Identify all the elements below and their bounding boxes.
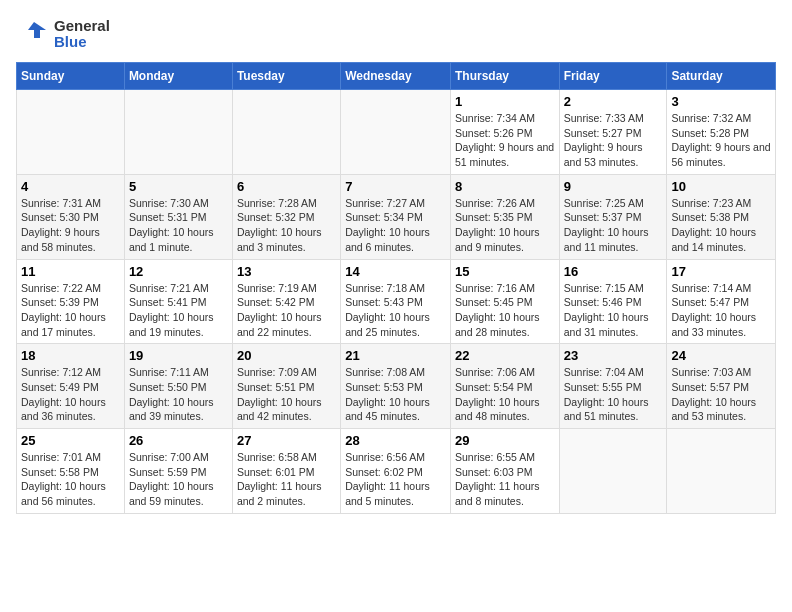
calendar-cell: 19Sunrise: 7:11 AM Sunset: 5:50 PM Dayli… — [124, 344, 232, 429]
day-number: 24 — [671, 348, 771, 363]
day-number: 29 — [455, 433, 555, 448]
day-number: 28 — [345, 433, 446, 448]
calendar-header: SundayMondayTuesdayWednesdayThursdayFrid… — [17, 63, 776, 90]
day-number: 19 — [129, 348, 228, 363]
calendar-cell: 3Sunrise: 7:32 AM Sunset: 5:28 PM Daylig… — [667, 90, 776, 175]
logo-line1: General — [54, 18, 110, 35]
calendar-cell — [232, 90, 340, 175]
day-info: Sunrise: 7:33 AM Sunset: 5:27 PM Dayligh… — [564, 111, 663, 170]
day-number: 2 — [564, 94, 663, 109]
logo-container: General Blue — [16, 16, 110, 52]
day-info: Sunrise: 7:31 AM Sunset: 5:30 PM Dayligh… — [21, 196, 120, 255]
week-row-1: 1Sunrise: 7:34 AM Sunset: 5:26 PM Daylig… — [17, 90, 776, 175]
day-info: Sunrise: 7:12 AM Sunset: 5:49 PM Dayligh… — [21, 365, 120, 424]
day-info: Sunrise: 6:56 AM Sunset: 6:02 PM Dayligh… — [345, 450, 446, 509]
day-number: 5 — [129, 179, 228, 194]
day-number: 22 — [455, 348, 555, 363]
calendar-cell — [341, 90, 451, 175]
day-header-saturday: Saturday — [667, 63, 776, 90]
day-number: 15 — [455, 264, 555, 279]
day-number: 14 — [345, 264, 446, 279]
calendar-cell: 8Sunrise: 7:26 AM Sunset: 5:35 PM Daylig… — [450, 174, 559, 259]
day-header-monday: Monday — [124, 63, 232, 90]
day-number: 20 — [237, 348, 336, 363]
day-info: Sunrise: 7:34 AM Sunset: 5:26 PM Dayligh… — [455, 111, 555, 170]
day-info: Sunrise: 6:58 AM Sunset: 6:01 PM Dayligh… — [237, 450, 336, 509]
day-info: Sunrise: 7:28 AM Sunset: 5:32 PM Dayligh… — [237, 196, 336, 255]
week-row-3: 11Sunrise: 7:22 AM Sunset: 5:39 PM Dayli… — [17, 259, 776, 344]
day-number: 6 — [237, 179, 336, 194]
day-info: Sunrise: 7:16 AM Sunset: 5:45 PM Dayligh… — [455, 281, 555, 340]
day-number: 16 — [564, 264, 663, 279]
day-info: Sunrise: 7:06 AM Sunset: 5:54 PM Dayligh… — [455, 365, 555, 424]
calendar-cell: 21Sunrise: 7:08 AM Sunset: 5:53 PM Dayli… — [341, 344, 451, 429]
day-header-tuesday: Tuesday — [232, 63, 340, 90]
calendar-cell: 15Sunrise: 7:16 AM Sunset: 5:45 PM Dayli… — [450, 259, 559, 344]
day-info: Sunrise: 7:11 AM Sunset: 5:50 PM Dayligh… — [129, 365, 228, 424]
calendar-cell: 28Sunrise: 6:56 AM Sunset: 6:02 PM Dayli… — [341, 429, 451, 514]
day-info: Sunrise: 7:09 AM Sunset: 5:51 PM Dayligh… — [237, 365, 336, 424]
day-info: Sunrise: 7:00 AM Sunset: 5:59 PM Dayligh… — [129, 450, 228, 509]
day-info: Sunrise: 7:23 AM Sunset: 5:38 PM Dayligh… — [671, 196, 771, 255]
calendar-cell: 16Sunrise: 7:15 AM Sunset: 5:46 PM Dayli… — [559, 259, 667, 344]
calendar-body: 1Sunrise: 7:34 AM Sunset: 5:26 PM Daylig… — [17, 90, 776, 514]
day-info: Sunrise: 7:27 AM Sunset: 5:34 PM Dayligh… — [345, 196, 446, 255]
calendar-cell: 27Sunrise: 6:58 AM Sunset: 6:01 PM Dayli… — [232, 429, 340, 514]
day-info: Sunrise: 7:32 AM Sunset: 5:28 PM Dayligh… — [671, 111, 771, 170]
calendar-cell: 13Sunrise: 7:19 AM Sunset: 5:42 PM Dayli… — [232, 259, 340, 344]
logo-line2: Blue — [54, 34, 110, 51]
day-info: Sunrise: 7:25 AM Sunset: 5:37 PM Dayligh… — [564, 196, 663, 255]
calendar-table: SundayMondayTuesdayWednesdayThursdayFrid… — [16, 62, 776, 514]
header: General Blue — [16, 16, 776, 52]
day-headers-row: SundayMondayTuesdayWednesdayThursdayFrid… — [17, 63, 776, 90]
day-header-wednesday: Wednesday — [341, 63, 451, 90]
day-info: Sunrise: 7:15 AM Sunset: 5:46 PM Dayligh… — [564, 281, 663, 340]
day-header-friday: Friday — [559, 63, 667, 90]
day-header-thursday: Thursday — [450, 63, 559, 90]
calendar-cell: 24Sunrise: 7:03 AM Sunset: 5:57 PM Dayli… — [667, 344, 776, 429]
day-info: Sunrise: 7:18 AM Sunset: 5:43 PM Dayligh… — [345, 281, 446, 340]
week-row-5: 25Sunrise: 7:01 AM Sunset: 5:58 PM Dayli… — [17, 429, 776, 514]
svg-marker-0 — [28, 22, 46, 38]
day-info: Sunrise: 7:22 AM Sunset: 5:39 PM Dayligh… — [21, 281, 120, 340]
day-number: 3 — [671, 94, 771, 109]
day-number: 25 — [21, 433, 120, 448]
calendar-cell: 6Sunrise: 7:28 AM Sunset: 5:32 PM Daylig… — [232, 174, 340, 259]
calendar-cell — [559, 429, 667, 514]
calendar-cell: 10Sunrise: 7:23 AM Sunset: 5:38 PM Dayli… — [667, 174, 776, 259]
calendar-cell: 22Sunrise: 7:06 AM Sunset: 5:54 PM Dayli… — [450, 344, 559, 429]
calendar-cell: 1Sunrise: 7:34 AM Sunset: 5:26 PM Daylig… — [450, 90, 559, 175]
day-info: Sunrise: 7:01 AM Sunset: 5:58 PM Dayligh… — [21, 450, 120, 509]
day-info: Sunrise: 7:21 AM Sunset: 5:41 PM Dayligh… — [129, 281, 228, 340]
day-info: Sunrise: 7:30 AM Sunset: 5:31 PM Dayligh… — [129, 196, 228, 255]
day-number: 21 — [345, 348, 446, 363]
day-number: 27 — [237, 433, 336, 448]
day-header-sunday: Sunday — [17, 63, 125, 90]
calendar-cell: 11Sunrise: 7:22 AM Sunset: 5:39 PM Dayli… — [17, 259, 125, 344]
day-number: 12 — [129, 264, 228, 279]
day-number: 8 — [455, 179, 555, 194]
week-row-2: 4Sunrise: 7:31 AM Sunset: 5:30 PM Daylig… — [17, 174, 776, 259]
day-info: Sunrise: 7:04 AM Sunset: 5:55 PM Dayligh… — [564, 365, 663, 424]
calendar-cell: 9Sunrise: 7:25 AM Sunset: 5:37 PM Daylig… — [559, 174, 667, 259]
day-info: Sunrise: 7:26 AM Sunset: 5:35 PM Dayligh… — [455, 196, 555, 255]
calendar-cell: 12Sunrise: 7:21 AM Sunset: 5:41 PM Dayli… — [124, 259, 232, 344]
calendar-cell: 29Sunrise: 6:55 AM Sunset: 6:03 PM Dayli… — [450, 429, 559, 514]
calendar-cell: 17Sunrise: 7:14 AM Sunset: 5:47 PM Dayli… — [667, 259, 776, 344]
day-info: Sunrise: 7:14 AM Sunset: 5:47 PM Dayligh… — [671, 281, 771, 340]
day-info: Sunrise: 6:55 AM Sunset: 6:03 PM Dayligh… — [455, 450, 555, 509]
day-number: 1 — [455, 94, 555, 109]
calendar-cell — [17, 90, 125, 175]
calendar-cell: 20Sunrise: 7:09 AM Sunset: 5:51 PM Dayli… — [232, 344, 340, 429]
day-number: 11 — [21, 264, 120, 279]
calendar-cell: 4Sunrise: 7:31 AM Sunset: 5:30 PM Daylig… — [17, 174, 125, 259]
day-number: 26 — [129, 433, 228, 448]
day-info: Sunrise: 7:08 AM Sunset: 5:53 PM Dayligh… — [345, 365, 446, 424]
day-info: Sunrise: 7:19 AM Sunset: 5:42 PM Dayligh… — [237, 281, 336, 340]
day-number: 23 — [564, 348, 663, 363]
day-number: 7 — [345, 179, 446, 194]
day-info: Sunrise: 7:03 AM Sunset: 5:57 PM Dayligh… — [671, 365, 771, 424]
week-row-4: 18Sunrise: 7:12 AM Sunset: 5:49 PM Dayli… — [17, 344, 776, 429]
day-number: 9 — [564, 179, 663, 194]
calendar-cell: 18Sunrise: 7:12 AM Sunset: 5:49 PM Dayli… — [17, 344, 125, 429]
